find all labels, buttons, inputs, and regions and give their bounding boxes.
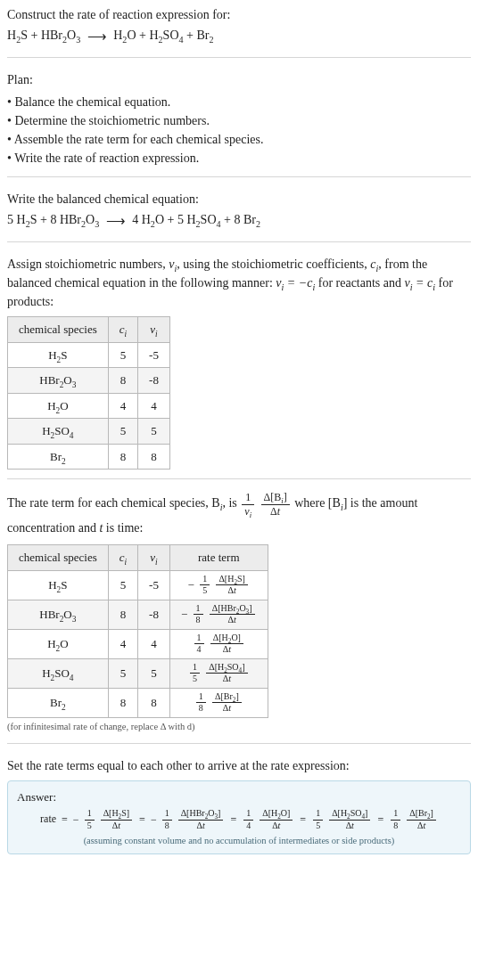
product: H2SO4 [149,29,183,42]
c-symbol: ci [370,257,378,271]
cell-nu: 8 [138,444,170,470]
frac-coef: 14 [194,633,204,655]
frac-delta: Δ[H2SO4]Δt [206,663,247,684]
equals-icon: = [136,813,148,826]
frac-delta: Δ[H2SO4]Δt [329,809,370,830]
balanced-heading: Write the balanced chemical equation: [7,190,471,208]
cell-nu: -8 [138,600,170,629]
rel-products: νi = ci [405,276,436,290]
plus: + [139,29,149,42]
reactant: H2S [17,213,37,226]
frac-delta: Δ[Br2]Δt [212,692,242,714]
cell-c: 5 [108,570,137,600]
table-header-row: chemical species ci νi [8,317,170,343]
frac-coef: 15 [313,809,323,830]
frac-coef: 15 [85,809,95,830]
equals-icon: = [227,813,239,826]
intro-section: Construct the rate of reaction expressio… [7,5,471,58]
cell-nu: -5 [138,570,170,600]
cell-nu: -5 [138,342,170,368]
cell-c: 5 [108,342,137,368]
cell-species: H2S [8,342,109,368]
cell-c: 8 [108,688,137,717]
table-row: H2S 5 -5 − 15 Δ[H2S]Δt [8,570,268,600]
plan-heading: Plan: [7,70,471,89]
col-nu: νi [138,317,170,343]
coef: 8 [50,213,56,226]
stoich-section: Assign stoichiometric numbers, νi, using… [7,255,471,479]
cell-rate: 18 Δ[Br2]Δt [169,688,268,717]
frac-delta: Δ[H2O]Δt [260,809,293,830]
table-row: Br2 8 8 [8,444,170,470]
cell-c: 4 [108,629,137,658]
cell-nu: 8 [138,688,170,717]
cell-c: 8 [108,368,137,394]
rateterm-intro: The rate term for each chemical species,… [7,492,471,539]
frac-coef: 15 [200,575,210,596]
unbalanced-equation: H2S + HBr2O3 ⟶ H2O + H2SO4 + Br2 [7,26,471,46]
coef: 8 [234,213,240,226]
cell-nu: 4 [138,629,170,658]
product: H2SO4 [186,213,220,226]
cell-nu: 5 [138,658,170,688]
stoich-table: chemical species ci νi H2S 5 -5 HBr2O3 8… [7,316,170,470]
plan-item: Determine the stoichiometric numbers. [7,111,471,130]
nu-symbol: νi [169,257,177,271]
minus-icon: − [151,813,158,826]
balanced-section: Write the balanced chemical equation: 5 … [7,190,471,242]
table-row: Br2 8 8 18 Δ[Br2]Δt [8,688,268,717]
equals-icon: = [297,813,309,826]
coef: 4 [132,213,138,226]
cell-species: H2O [8,629,109,658]
reactant: HBr2O3 [41,29,80,42]
plus: + [186,29,196,42]
cell-c: 4 [108,393,137,419]
table-row: HBr2O3 8 -8 − 18 Δ[HBr2O3]Δt [8,600,268,629]
cell-nu: 5 [138,419,170,445]
cell-c: 5 [108,419,137,445]
minus-icon: − [188,578,195,592]
reactant: HBr2O3 [60,213,99,226]
table-row: H2SO4 5 5 15 Δ[H2SO4]Δt [8,658,268,688]
plus: + [30,29,40,42]
frac-coef: 18 [391,809,400,830]
frac-delta: Δ[HBr2O3]Δt [178,809,224,830]
answer-assumption: (assuming constant volume and no accumul… [17,834,461,848]
cell-rate: 14 Δ[H2O]Δt [169,629,268,658]
cell-c: 8 [108,444,137,470]
cell-species: H2S [8,570,109,600]
rate-word: rate [40,813,56,825]
col-species: chemical species [8,545,109,571]
frac-coef: 14 [243,809,253,830]
cell-nu: 4 [138,393,170,419]
frac-delta: Δ[HBr2O3]Δt [210,604,255,625]
plan-section: Plan: Balance the chemical equation. Det… [7,70,471,177]
rel-reactants: νi = −ci [276,276,315,290]
frac-delta: Δ[H2S]Δt [101,809,132,830]
rateterm-table: chemical species ci νi rate term H2S 5 -… [7,544,268,718]
col-rate: rate term [169,545,268,571]
table-row: H2O 4 4 14 Δ[H2O]Δt [8,629,268,658]
product: H2O [142,213,164,226]
cell-species: HBr2O3 [8,600,109,629]
cell-rate: − 15 Δ[H2S]Δt [169,570,268,600]
equals-icon: = [375,813,386,826]
product: Br2 [196,29,213,42]
cell-species: HBr2O3 [8,368,109,394]
frac-delta: Δ[H2O]Δt [210,633,243,655]
cell-rate: − 18 Δ[HBr2O3]Δt [169,600,268,629]
answer-box: Answer: rate = − 15 Δ[H2S]Δt = − 18 Δ[HB… [7,780,471,854]
cell-species: H2O [8,393,109,419]
table-header-row: chemical species ci νi rate term [8,545,268,571]
table-row: H2SO4 5 5 [8,419,170,445]
plan-list: Balance the chemical equation. Determine… [7,93,471,167]
plus: + [40,213,50,226]
frac-one-over-nu: 1 νi [242,492,254,517]
stoich-intro: Assign stoichiometric numbers, νi, using… [7,255,471,311]
cell-species: H2SO4 [8,419,109,445]
arrow-icon: ⟶ [103,211,129,232]
frac-delta: Δ[H2S]Δt [216,575,247,596]
rateterm-section: The rate term for each chemical species,… [7,492,471,744]
plan-item: Assemble the rate term for each chemical… [7,130,471,149]
plan-item: Write the rate of reaction expression. [7,149,471,167]
